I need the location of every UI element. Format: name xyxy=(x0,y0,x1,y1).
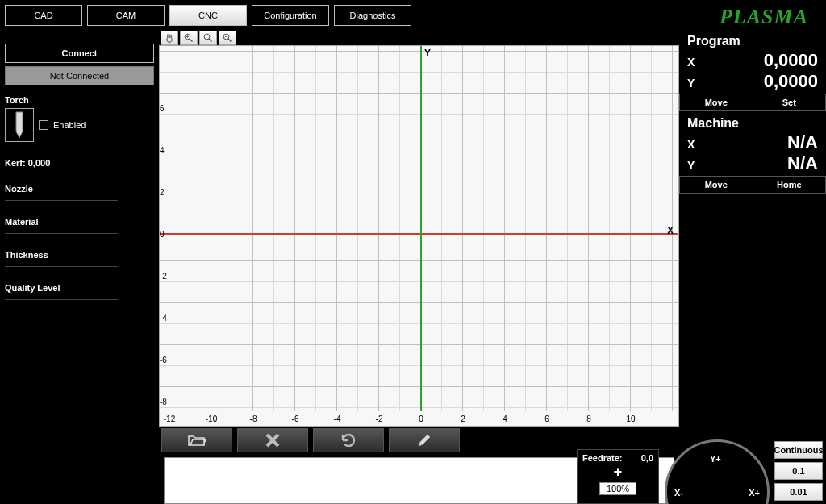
step-continuous-button[interactable]: Continuous xyxy=(774,441,823,459)
jog-x-plus[interactable]: X+ xyxy=(749,488,760,498)
feedrate-value: 0,0 xyxy=(641,453,653,463)
canvas-toolbar xyxy=(159,29,679,45)
nozzle-label: Nozzle xyxy=(5,184,154,194)
ytick: 4 xyxy=(160,146,176,155)
material-label: Material xyxy=(5,217,154,227)
ytick: 6 xyxy=(160,104,176,113)
torch-icon[interactable] xyxy=(5,108,34,142)
reload-button[interactable] xyxy=(313,428,384,452)
step-0-1-button[interactable]: 0.1 xyxy=(774,462,823,480)
connection-status: Not Connected xyxy=(5,66,154,85)
feedrate-panel: Feedrate: 0,0 + 100% xyxy=(577,449,659,504)
step-0-01-button[interactable]: 0.01 xyxy=(774,483,823,501)
tab-diagnostics[interactable]: Diagnostics xyxy=(334,5,411,26)
ytick: -2 xyxy=(160,272,176,281)
ytick: 2 xyxy=(160,188,176,197)
x-tick-row: -12 -10 -8 -6 -4 -2 0 2 4 6 8 10 xyxy=(160,411,678,426)
machine-x-value: N/A xyxy=(787,132,818,153)
tab-cad[interactable]: CAD xyxy=(5,5,82,26)
hand-icon[interactable] xyxy=(161,31,178,45)
axis-y-label: Y xyxy=(424,48,431,59)
thickness-label: Thickness xyxy=(5,250,154,260)
svg-line-1 xyxy=(190,39,192,41)
axis-y xyxy=(420,46,422,411)
program-x-value: 0,0000 xyxy=(764,50,818,71)
program-y-value: 0,0000 xyxy=(764,71,818,92)
zoom-in-icon[interactable] xyxy=(180,31,198,45)
ytick: 0 xyxy=(160,230,176,239)
ytick: -6 xyxy=(160,356,176,364)
jog-y-plus[interactable]: Y+ xyxy=(710,454,721,464)
program-set-button[interactable]: Set xyxy=(753,94,827,111)
step-buttons: Continuous 0.1 0.01 xyxy=(774,441,823,501)
torch-enabled-label: Enabled xyxy=(53,120,86,130)
kerf-label: Kerf: 0,000 xyxy=(5,158,154,168)
left-panel: Connect Not Connected Torch Enabled Kerf… xyxy=(0,29,159,504)
feedrate-label: Feedrate: xyxy=(582,453,623,463)
machine-y-value: N/A xyxy=(787,153,818,174)
quality-label: Quality Level xyxy=(5,283,154,293)
torch-label: Torch xyxy=(5,95,154,105)
tab-configuration[interactable]: Configuration xyxy=(252,5,329,26)
jog-dial: Y+ X- X+ xyxy=(665,439,770,504)
right-panel: Program X 0,0000 Y 0,0000 Move Set Machi… xyxy=(679,29,826,504)
machine-title: Machine xyxy=(687,116,818,131)
center-panel: X Y 6 4 2 0 -2 -4 -6 -8 -12 -10 -8 -6 -4… xyxy=(159,29,679,504)
edit-button[interactable] xyxy=(389,428,460,452)
machine-move-button[interactable]: Move xyxy=(679,176,753,194)
program-y-label: Y xyxy=(687,77,695,90)
axis-x xyxy=(160,233,678,235)
ytick: -8 xyxy=(160,398,176,406)
jog-x-minus[interactable]: X- xyxy=(674,488,683,498)
svg-line-5 xyxy=(209,39,211,41)
connect-button[interactable]: Connect xyxy=(5,44,154,63)
ytick: -4 xyxy=(160,314,176,323)
axis-x-label: X xyxy=(667,225,674,236)
feedrate-plus-button[interactable]: + xyxy=(614,464,623,479)
tab-cnc[interactable]: CNC xyxy=(169,5,247,26)
brand-logo: PLASMA xyxy=(720,5,808,29)
plot-canvas[interactable]: X Y 6 4 2 0 -2 -4 -6 -8 -12 -10 -8 -6 -4… xyxy=(159,45,679,427)
svg-point-4 xyxy=(204,34,210,40)
top-tabs: CAD CAM CNC Configuration Diagnostics PL… xyxy=(0,0,826,29)
feedrate-percent[interactable]: 100% xyxy=(599,482,636,495)
zoom-out-icon[interactable] xyxy=(219,31,236,45)
open-button[interactable] xyxy=(161,428,232,452)
delete-button[interactable] xyxy=(237,428,308,452)
program-move-button[interactable]: Move xyxy=(679,94,753,111)
program-x-label: X xyxy=(687,56,695,69)
zoom-fit-icon[interactable] xyxy=(199,31,217,45)
machine-x-label: X xyxy=(687,138,695,151)
kerf-value: 0,000 xyxy=(28,158,51,168)
machine-y-label: Y xyxy=(687,159,695,172)
program-title: Program xyxy=(687,34,818,48)
tab-cam[interactable]: CAM xyxy=(87,5,165,26)
machine-home-button[interactable]: Home xyxy=(753,176,827,194)
svg-line-7 xyxy=(228,39,231,41)
torch-enabled-checkbox[interactable] xyxy=(39,120,48,130)
